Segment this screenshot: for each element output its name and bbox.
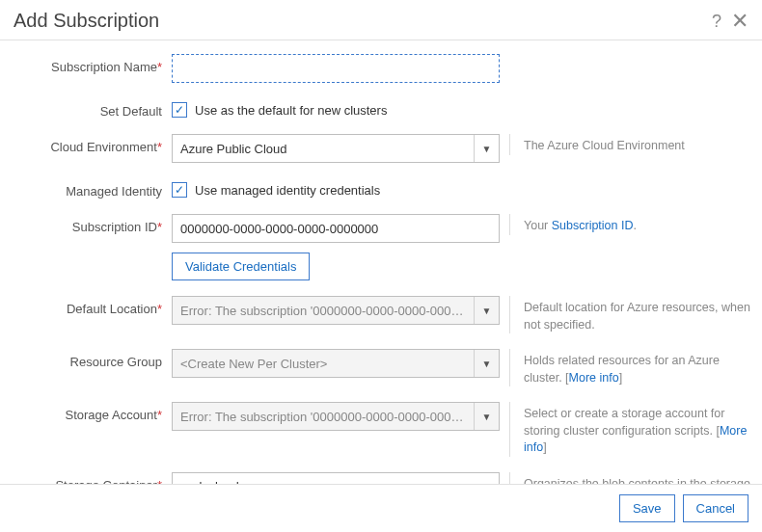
more-info-link[interactable]: More info xyxy=(569,371,619,385)
label-text: Subscription Name xyxy=(51,60,157,74)
field-managed-identity: ✓ Use managed identity credentials xyxy=(172,178,500,198)
row-cloud-environment: Cloud Environment* Azure Public Cloud ▼ … xyxy=(10,134,752,163)
row-set-default: Set Default ✓ Use as the default for new… xyxy=(10,98,752,119)
dialog-header: Add Subscription ? ✕ xyxy=(0,0,762,40)
resource-group-value: <Create New Per Cluster> xyxy=(173,357,474,371)
field-validate: Validate Credentials xyxy=(172,253,500,280)
desc-text: Select or create a storage account for s… xyxy=(524,407,724,438)
brkt: ] xyxy=(619,371,622,385)
save-button[interactable]: Save xyxy=(619,494,675,522)
desc-storage-container: Organizes the blob contents in the stora… xyxy=(509,472,752,485)
label-text: Cloud Environment xyxy=(50,140,157,154)
storage-account-value: Error: The subscription '0000000-0000-00… xyxy=(173,410,474,424)
set-default-checkbox-row: ✓ Use as the default for new clusters xyxy=(172,98,387,118)
subscription-id-link[interactable]: Subscription ID xyxy=(552,219,634,232)
desc-text: Your xyxy=(524,219,552,232)
default-location-select[interactable]: Error: The subscription '0000000-0000-00… xyxy=(172,296,500,325)
cancel-button[interactable]: Cancel xyxy=(683,494,748,522)
field-storage-container xyxy=(172,472,500,485)
field-set-default: ✓ Use as the default for new clusters xyxy=(172,98,500,118)
cloud-environment-select[interactable]: Azure Public Cloud ▼ xyxy=(172,134,500,163)
add-subscription-dialog: Add Subscription ? ✕ Subscription Name* … xyxy=(0,0,762,532)
desc-cloud-environment: The Azure Cloud Environment xyxy=(509,134,752,155)
field-subscription-id xyxy=(172,214,500,243)
chevron-down-icon: ▼ xyxy=(474,350,499,377)
row-subscription-name: Subscription Name* xyxy=(10,54,752,83)
field-cloud-environment: Azure Public Cloud ▼ xyxy=(172,134,500,163)
chevron-down-icon: ▼ xyxy=(474,135,499,162)
managed-identity-text: Use managed identity credentials xyxy=(195,183,380,198)
row-validate: Validate Credentials xyxy=(10,253,752,280)
label-subscription-name: Subscription Name* xyxy=(10,54,172,74)
label-text: Subscription ID xyxy=(72,220,157,234)
desc-default-location: Default location for Azure resources, wh… xyxy=(509,296,752,333)
chevron-down-icon: ▼ xyxy=(474,297,499,324)
row-managed-identity: Managed Identity ✓ Use managed identity … xyxy=(10,178,752,199)
label-cloud-environment: Cloud Environment* xyxy=(10,134,172,154)
required-mark: * xyxy=(157,60,162,74)
header-actions: ? ✕ xyxy=(712,11,748,32)
default-location-value: Error: The subscription '0000000-0000-00… xyxy=(173,304,474,318)
managed-identity-checkbox[interactable]: ✓ xyxy=(172,182,187,198)
desc-empty xyxy=(509,178,752,198)
desc-storage-account: Select or create a storage account for s… xyxy=(509,402,752,457)
required-mark: * xyxy=(157,408,162,422)
subscription-name-input[interactable] xyxy=(172,54,500,83)
cloud-environment-value: Azure Public Cloud xyxy=(173,142,474,156)
resource-group-select[interactable]: <Create New Per Cluster> ▼ xyxy=(172,349,500,378)
required-mark: * xyxy=(157,140,162,154)
label-empty xyxy=(10,253,172,258)
dialog-title: Add Subscription xyxy=(14,10,159,32)
chevron-down-icon: ▼ xyxy=(474,403,499,430)
required-mark: * xyxy=(157,302,162,316)
form-area: Subscription Name* Set Default ✓ Use as … xyxy=(0,40,762,484)
validate-credentials-button[interactable]: Validate Credentials xyxy=(172,253,310,280)
desc-subscription-id: Your Subscription ID. xyxy=(509,214,752,235)
close-icon[interactable]: ✕ xyxy=(731,11,748,32)
desc-resource-group: Holds related resources for an Azure clu… xyxy=(509,349,752,386)
label-text: Default Location xyxy=(67,302,157,316)
field-default-location: Error: The subscription '0000000-0000-00… xyxy=(172,296,500,325)
row-subscription-id: Subscription ID* Your Subscription ID. xyxy=(10,214,752,243)
field-storage-account: Error: The subscription '0000000-0000-00… xyxy=(172,402,500,431)
row-resource-group: Resource Group <Create New Per Cluster> … xyxy=(10,349,752,386)
label-resource-group: Resource Group xyxy=(10,349,172,369)
subscription-id-input[interactable] xyxy=(172,214,500,243)
row-default-location: Default Location* Error: The subscriptio… xyxy=(10,296,752,333)
managed-identity-checkbox-row: ✓ Use managed identity credentials xyxy=(172,178,380,198)
storage-account-select[interactable]: Error: The subscription '0000000-0000-00… xyxy=(172,402,500,431)
label-set-default: Set Default xyxy=(10,98,172,119)
label-text: Storage Account xyxy=(66,408,157,422)
row-storage-container: Storage Container* Organizes the blob co… xyxy=(10,472,752,485)
label-default-location: Default Location* xyxy=(10,296,172,316)
label-storage-account: Storage Account* xyxy=(10,402,172,422)
desc-empty xyxy=(509,54,752,73)
field-resource-group: <Create New Per Cluster> ▼ xyxy=(172,349,500,378)
field-subscription-name xyxy=(172,54,500,83)
desc-empty xyxy=(509,98,752,118)
desc-empty xyxy=(509,253,752,272)
brkt: ] xyxy=(543,440,546,454)
required-mark: * xyxy=(157,220,162,234)
label-managed-identity: Managed Identity xyxy=(10,178,172,199)
set-default-checkbox[interactable]: ✓ xyxy=(172,102,187,118)
storage-container-input[interactable] xyxy=(172,472,500,485)
label-subscription-id: Subscription ID* xyxy=(10,214,172,234)
row-storage-account: Storage Account* Error: The subscription… xyxy=(10,402,752,457)
label-storage-container: Storage Container* xyxy=(10,472,172,485)
set-default-text: Use as the default for new clusters xyxy=(195,103,387,118)
help-icon[interactable]: ? xyxy=(712,13,721,30)
dialog-footer: Save Cancel xyxy=(0,484,762,532)
